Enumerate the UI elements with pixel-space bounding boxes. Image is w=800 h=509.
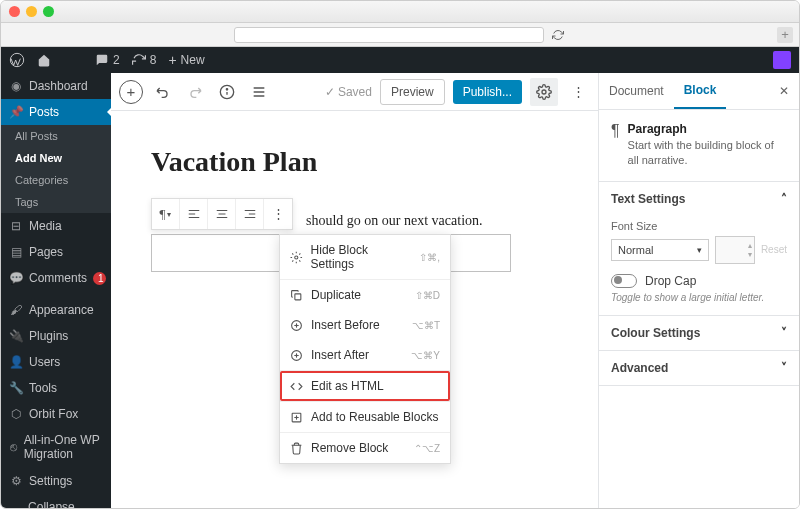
paragraph-icon: ¶ [611,122,620,169]
adminbar-updates[interactable]: 8 [132,53,157,67]
adminbar-new[interactable]: + New [168,52,204,68]
wp-logo-icon[interactable] [9,52,25,68]
close-panel-button[interactable]: ✕ [769,76,799,106]
menu-plugins[interactable]: 🔌Plugins [1,323,111,349]
info-button[interactable] [215,80,239,104]
menu-media[interactable]: ⊟Media [1,213,111,239]
browser-toolbar: + [1,23,799,47]
adminbar-updates-count: 8 [150,53,157,67]
drop-cap-hint: Toggle to show a large initial letter. [611,292,787,303]
dd-duplicate[interactable]: Duplicate⇧⌘D [280,280,450,310]
undo-button[interactable] [151,80,175,104]
block-toolbar: ¶ ▾ ⋮ [151,198,293,230]
drop-cap-label: Drop Cap [645,274,696,288]
mac-titlebar [1,1,799,23]
preview-button[interactable]: Preview [380,79,445,105]
block-more-button[interactable]: ⋮ [264,199,292,229]
submenu-categories[interactable]: Categories [1,169,111,191]
chevron-down-icon: ˅ [781,326,787,340]
section-text-settings[interactable]: Text Settings˄ [599,182,799,216]
wrench-icon: 🔧 [9,381,23,395]
user-avatar[interactable] [773,51,791,69]
close-window-button[interactable] [9,6,20,17]
menu-appearance[interactable]: 🖌Appearance [1,297,111,323]
menu-migration[interactable]: ⎋All-in-One WP Migration [1,427,111,468]
dd-reusable[interactable]: Add to Reusable Blocks [280,402,450,432]
more-menu-button[interactable]: ⋮ [566,80,590,104]
menu-pages[interactable]: ▤Pages [1,239,111,265]
section-advanced[interactable]: Advanced˅ [599,351,799,385]
users-icon: 👤 [9,355,23,369]
adminbar-new-label: New [181,53,205,67]
font-size-number[interactable]: ▴▾ [715,236,755,264]
dd-remove[interactable]: Remove Block⌃⌥Z [280,433,450,463]
wp-admin-bar: 2 8 + New [1,47,799,73]
collapse-icon: ◀ [9,507,22,508]
publish-button[interactable]: Publish... [453,80,522,104]
menu-collapse[interactable]: ◀Collapse menu [1,494,111,508]
drop-cap-toggle[interactable] [611,274,637,288]
adminbar-comments[interactable]: 2 [95,53,120,67]
migration-icon: ⎋ [9,440,18,454]
plug-icon: 🔌 [9,329,23,343]
adminbar-comments-count: 2 [113,53,120,67]
new-tab-button[interactable]: + [777,27,793,43]
svg-point-7 [542,90,546,94]
block-options-dropdown: Hide Block Settings⇧⌘, Duplicate⇧⌘D Inse… [279,234,451,464]
menu-dashboard[interactable]: ◉Dashboard [1,73,111,99]
editor-toolbar: + ✓ Saved Preview Publish... ⋮ [111,73,598,111]
menu-orbit-fox[interactable]: ⬡Orbit Fox [1,401,111,427]
menu-posts-label: Posts [29,105,59,119]
block-desc-label: Start with the building block of all nar… [628,138,787,169]
dd-edit-html[interactable]: Edit as HTML [280,371,450,401]
comments-icon: 💬 [9,271,23,285]
chevron-down-icon: ˅ [781,361,787,375]
submenu-tags[interactable]: Tags [1,191,111,213]
url-bar[interactable] [234,27,544,43]
menu-tools[interactable]: 🔧Tools [1,375,111,401]
menu-comments[interactable]: 💬Comments1 [1,265,111,291]
reset-button[interactable]: Reset [761,244,787,255]
settings-sidebar: Document Block ✕ ¶ Paragraph Start with … [599,73,799,508]
media-icon: ⊟ [9,219,23,233]
fox-icon: ⬡ [9,407,23,421]
tab-block[interactable]: Block [674,73,727,109]
font-size-select[interactable]: Normal▾ [611,239,709,261]
align-left-button[interactable] [180,199,208,229]
minimize-window-button[interactable] [26,6,37,17]
add-block-button[interactable]: + [119,80,143,104]
refresh-icon[interactable] [550,27,566,43]
dashboard-icon: ◉ [9,79,23,93]
block-type-switcher[interactable]: ¶ ▾ [152,199,180,229]
submenu-add-new[interactable]: Add New [1,147,111,169]
pages-icon: ▤ [9,245,23,259]
block-name-label: Paragraph [628,122,787,136]
editor-canvas[interactable]: Vacation Plan ¶ ▾ ⋮ should go on our nex… [111,111,598,508]
outline-button[interactable] [247,80,271,104]
chevron-up-icon: ˄ [781,192,787,206]
chevron-down-icon: ▾ [697,245,702,255]
sliders-icon: ⚙ [9,474,23,488]
admin-sidebar: ◉Dashboard 📌Posts All Posts Add New Cate… [1,73,111,508]
dd-insert-before[interactable]: Insert Before⌥⌘T [280,310,450,340]
tab-document[interactable]: Document [599,74,674,108]
align-right-button[interactable] [236,199,264,229]
redo-button[interactable] [183,80,207,104]
menu-dashboard-label: Dashboard [29,79,88,93]
home-icon[interactable] [37,53,51,67]
dd-hide-settings[interactable]: Hide Block Settings⇧⌘, [280,235,450,279]
svg-point-3 [226,88,227,89]
submenu-all-posts[interactable]: All Posts [1,125,111,147]
section-colour-settings[interactable]: Colour Settings˅ [599,316,799,350]
dd-insert-after[interactable]: Insert After⌥⌘Y [280,340,450,370]
maximize-window-button[interactable] [43,6,54,17]
menu-posts[interactable]: 📌Posts [1,99,111,125]
brush-icon: 🖌 [9,303,23,317]
menu-settings[interactable]: ⚙Settings [1,468,111,494]
menu-users[interactable]: 👤Users [1,349,111,375]
settings-toggle-button[interactable] [530,78,558,106]
svg-point-17 [295,255,298,258]
comments-badge: 1 [93,272,106,285]
align-center-button[interactable] [208,199,236,229]
post-title[interactable]: Vacation Plan [151,146,558,178]
